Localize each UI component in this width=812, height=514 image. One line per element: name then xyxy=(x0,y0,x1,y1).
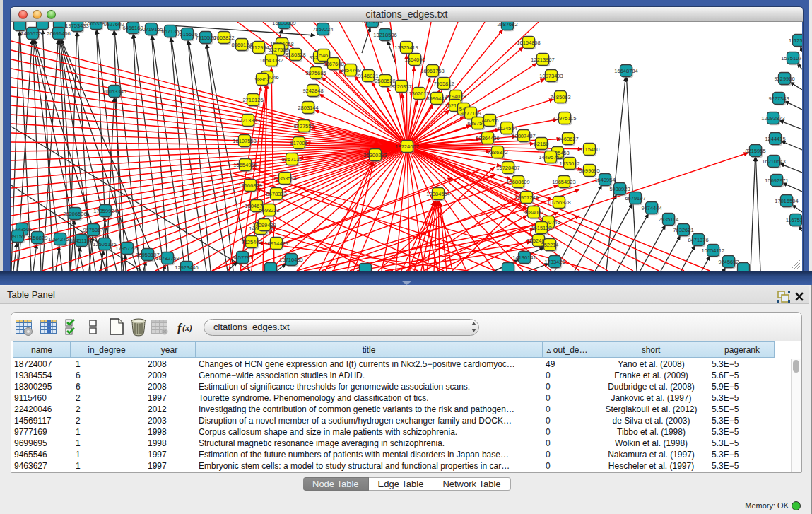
svg-text:14495759: 14495759 xyxy=(539,154,562,160)
svg-text:7955812: 7955812 xyxy=(433,81,454,87)
svg-text:20053346: 20053346 xyxy=(102,88,126,95)
svg-text:9242848: 9242848 xyxy=(302,88,323,94)
svg-text:9777169: 9777169 xyxy=(460,110,481,117)
svg-text:8912954: 8912954 xyxy=(248,45,269,51)
svg-text:16961758: 16961758 xyxy=(420,68,444,74)
svg-text:15716485: 15716485 xyxy=(279,257,302,263)
svg-text:16543382: 16543382 xyxy=(259,57,283,64)
svg-text:16654956: 16654956 xyxy=(233,162,257,168)
svg-text:14136141: 14136141 xyxy=(512,255,536,261)
svg-text:12942757: 12942757 xyxy=(48,236,71,243)
svg-text:9245652: 9245652 xyxy=(718,259,739,265)
svg-text:8220337: 8220337 xyxy=(391,83,411,90)
svg-text:5938923: 5938923 xyxy=(609,186,630,192)
svg-text:8215955: 8215955 xyxy=(745,148,765,154)
svg-text:9457791: 9457791 xyxy=(232,255,252,261)
svg-text:13218586: 13218586 xyxy=(373,32,396,38)
svg-text:1112543: 1112543 xyxy=(789,37,802,44)
svg-text:7515526: 7515526 xyxy=(195,35,216,41)
svg-text:12213383: 12213383 xyxy=(236,117,259,124)
svg-text:1244415: 1244415 xyxy=(765,136,785,142)
svg-text:9115460: 9115460 xyxy=(579,146,600,153)
svg-text:8427552: 8427552 xyxy=(293,123,314,129)
svg-text:252214: 252214 xyxy=(541,242,558,248)
svg-text:10756928: 10756928 xyxy=(547,199,570,206)
svg-text:2087682: 2087682 xyxy=(497,22,517,28)
svg-text:9084067: 9084067 xyxy=(523,209,543,216)
svg-text:7857224: 7857224 xyxy=(312,26,333,33)
svg-text:16914479: 16914479 xyxy=(264,240,288,247)
svg-text:15751074: 15751074 xyxy=(781,55,802,62)
svg-text:17957225: 17957225 xyxy=(115,245,139,252)
svg-text:546: 546 xyxy=(319,52,329,59)
svg-text:12353594: 12353594 xyxy=(273,175,296,182)
svg-text:10807487: 10807487 xyxy=(512,133,535,139)
svg-text:11451194: 11451194 xyxy=(70,238,93,244)
svg-text:8267130: 8267130 xyxy=(281,156,302,163)
svg-text:3624554: 3624554 xyxy=(496,125,517,132)
svg-text:16107553: 16107553 xyxy=(233,138,256,144)
svg-text:746266: 746266 xyxy=(481,117,498,124)
svg-text:62160: 62160 xyxy=(534,141,549,147)
svg-text:12923446: 12923446 xyxy=(175,264,198,271)
svg-text:8813054: 8813054 xyxy=(362,22,382,25)
svg-text:20691406: 20691406 xyxy=(47,30,70,37)
svg-text:7625402: 7625402 xyxy=(241,239,261,245)
svg-text:18724007: 18724007 xyxy=(395,144,418,150)
svg-text:16033809: 16033809 xyxy=(272,22,295,26)
svg-text:7485063: 7485063 xyxy=(550,94,570,100)
svg-text:18907249: 18907249 xyxy=(514,194,538,201)
svg-text:20364436: 20364436 xyxy=(476,135,499,141)
svg-text:8186328: 8186328 xyxy=(285,52,305,58)
svg-text:(x): (x) xyxy=(182,323,192,333)
svg-text:12093873: 12093873 xyxy=(761,115,784,122)
svg-text:2803144: 2803144 xyxy=(298,105,318,111)
svg-text:12505135: 12505135 xyxy=(93,241,116,247)
svg-text:16154808: 16154808 xyxy=(517,40,540,46)
svg-text:16210643: 16210643 xyxy=(762,158,785,165)
svg-text:19384554: 19384554 xyxy=(426,191,449,197)
svg-text:5698222: 5698222 xyxy=(259,207,279,214)
svg-text:2935114: 2935114 xyxy=(659,216,679,223)
svg-text:1167533: 1167533 xyxy=(786,217,802,223)
svg-text:2867608: 2867608 xyxy=(323,61,343,67)
svg-text:7515526: 7515526 xyxy=(177,31,197,37)
svg-text:16648784: 16648784 xyxy=(614,68,637,74)
svg-text:17016504: 17016504 xyxy=(775,198,798,204)
svg-text:19166829: 19166829 xyxy=(238,182,261,189)
svg-text:12213967: 12213967 xyxy=(531,57,554,63)
svg-text:39159: 39159 xyxy=(11,233,25,240)
svg-text:10973493: 10973493 xyxy=(539,73,563,79)
svg-text:13325419: 13325419 xyxy=(394,45,418,51)
svg-text:817006: 817006 xyxy=(290,140,307,146)
svg-text:6794028: 6794028 xyxy=(445,93,466,100)
svg-text:9329966: 9329966 xyxy=(774,76,794,82)
svg-text:7386372: 7386372 xyxy=(487,149,507,156)
svg-text:9699695: 9699695 xyxy=(579,168,599,174)
svg-text:12975115: 12975115 xyxy=(553,115,577,122)
svg-text:8990448: 8990448 xyxy=(426,95,447,102)
svg-text:19654923: 19654923 xyxy=(552,179,575,185)
svg-text:16782759: 16782759 xyxy=(155,255,179,262)
svg-text:3875685: 3875685 xyxy=(305,70,326,76)
svg-text:7663822: 7663822 xyxy=(213,35,234,41)
svg-text:8678332: 8678332 xyxy=(266,191,286,197)
svg-text:1864090: 1864090 xyxy=(404,57,425,63)
svg-text:1933612: 1933612 xyxy=(559,160,579,167)
svg-text:15720407: 15720407 xyxy=(496,165,519,171)
svg-text:2718126: 2718126 xyxy=(242,97,263,103)
svg-text:1156829: 1156829 xyxy=(28,235,48,241)
svg-text:1733426: 1733426 xyxy=(544,259,565,265)
svg-text:14099489: 14099489 xyxy=(252,222,276,228)
svg-text:98962: 98962 xyxy=(255,76,270,83)
svg-text:citations_edges.txt: citations_edges.txt xyxy=(213,322,290,332)
svg-text:9463627: 9463627 xyxy=(558,136,578,142)
svg-text:6679197: 6679197 xyxy=(625,195,645,201)
svg-text:1615132: 1615132 xyxy=(531,225,551,231)
svg-text:7632621: 7632621 xyxy=(673,227,693,233)
svg-text:1640954: 1640954 xyxy=(594,177,615,183)
svg-text:10654112: 10654112 xyxy=(702,247,725,254)
svg-text:15692971: 15692971 xyxy=(765,177,788,184)
svg-text:20206536: 20206536 xyxy=(63,211,86,217)
svg-text:17359924: 17359924 xyxy=(93,208,117,214)
